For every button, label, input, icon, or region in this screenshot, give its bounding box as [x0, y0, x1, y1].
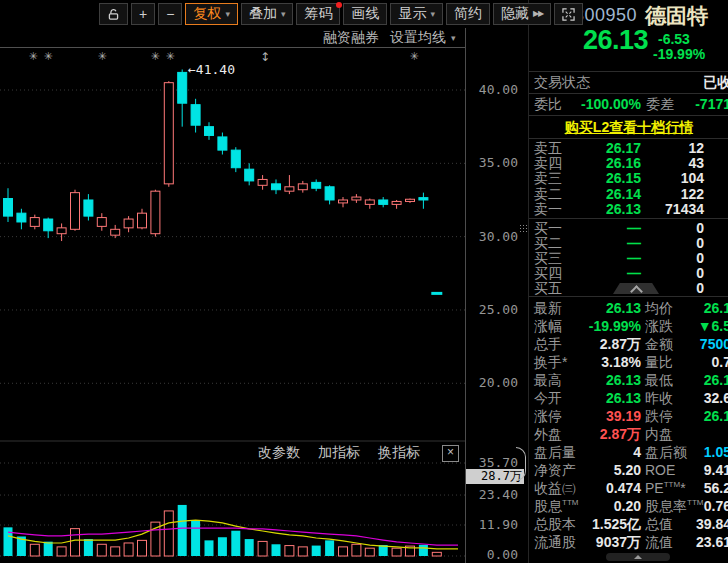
- candle-body: [352, 197, 361, 200]
- volume-bar: [44, 542, 53, 556]
- indicator-bar-item-2[interactable]: 换指标: [378, 444, 420, 462]
- stat-value: 9037万: [557, 534, 641, 552]
- price-axis-label: 25.00: [466, 303, 518, 317]
- stat-value: 9.41: [675, 462, 728, 478]
- ask-volume: 71434: [645, 201, 704, 217]
- weibi-label: 委比: [534, 96, 562, 114]
- stat-label: ROE: [645, 462, 675, 478]
- volume-bar: [285, 546, 294, 556]
- candle-body: [4, 199, 13, 217]
- stat-value: 2.87万: [557, 426, 641, 444]
- volume-bar: [4, 527, 13, 556]
- price-axis-label: 35.00: [466, 156, 518, 170]
- ask-volume: 43: [645, 155, 704, 171]
- bid-volume: 0: [645, 220, 704, 236]
- candle-body: [30, 218, 39, 227]
- volume-axis-label: 11.90: [466, 518, 518, 532]
- volume-bar: [205, 540, 214, 556]
- event-star-icon: ✳: [165, 50, 174, 63]
- stat-value: 2.87万: [557, 336, 641, 354]
- stat-label: 均价: [645, 300, 673, 318]
- candle-body: [205, 127, 214, 136]
- bid-price: —: [569, 220, 641, 236]
- lock-button[interactable]: [99, 3, 128, 25]
- chevron-down-icon: ▾: [430, 10, 435, 19]
- stat-label: 涨跌: [645, 318, 673, 336]
- chevron-down-icon: ▾: [225, 10, 230, 19]
- stat-label: 总值: [645, 516, 673, 534]
- stat-value: 23.61: [675, 534, 728, 550]
- event-star-icon: ✳: [150, 50, 159, 63]
- trade-status-value: 已收: [649, 74, 728, 92]
- candle-body: [325, 187, 334, 200]
- volume-bar: [178, 505, 187, 556]
- stat-value: 0.7: [675, 354, 728, 370]
- limit-down-candle: [431, 292, 442, 295]
- volume-axis-label: 23.40: [466, 488, 518, 502]
- axis-drag-handle[interactable]: [519, 224, 527, 233]
- volume-bar: [218, 537, 227, 556]
- candle-body: [138, 213, 147, 228]
- stat-label: 内盘: [645, 426, 673, 444]
- lock-icon: [107, 8, 120, 21]
- candle-body: [245, 169, 254, 181]
- volume-bar: [164, 511, 173, 556]
- volume-bar: [138, 540, 147, 556]
- toolbar-button-label: 复权: [193, 5, 221, 23]
- overlay-button[interactable]: 叠加▾: [241, 3, 294, 25]
- candle-body: [151, 191, 160, 234]
- chips-button[interactable]: 筹码: [296, 3, 340, 25]
- fullscreen-button[interactable]: [554, 3, 583, 25]
- price-change-pct: -19.99%: [653, 46, 705, 62]
- indicator-bar-item-0[interactable]: 改参数: [258, 444, 300, 462]
- stat-value: 39.84: [675, 516, 728, 532]
- panel-scrollbar[interactable]: [606, 553, 670, 561]
- last-price: 26.13: [583, 25, 648, 56]
- stat-value: 1.05: [675, 444, 728, 460]
- ask-volume: 104: [645, 170, 704, 186]
- close-icon[interactable]: ×: [442, 445, 459, 462]
- order-book-collapse-tab[interactable]: [613, 283, 659, 294]
- stat-value: 32.6: [675, 390, 728, 406]
- panel-divider: [529, 218, 728, 219]
- buy-l2-link[interactable]: 购买L2查看十档行情: [529, 119, 728, 137]
- bid-price: —: [569, 265, 641, 281]
- candle-body: [365, 200, 374, 204]
- zoom-out-button[interactable]: −: [158, 3, 182, 25]
- display-button[interactable]: 显示▾: [390, 3, 443, 25]
- stat-value: 26.13: [557, 390, 641, 406]
- candle-body: [164, 83, 173, 184]
- volume-bar: [339, 547, 348, 556]
- stat-value: 26.1: [675, 372, 728, 388]
- indicator-bar-item-1[interactable]: 加指标: [318, 444, 360, 462]
- kline-chart[interactable]: ✳✳✳✳✳✳↕←41.40: [0, 0, 466, 563]
- ask-volume: 122: [645, 186, 704, 202]
- toolbar-button-label: 隐藏: [501, 5, 529, 23]
- volume-bar: [258, 541, 267, 556]
- stat-value: 0.474: [557, 480, 641, 496]
- ask-price: 26.15: [569, 170, 641, 186]
- toolbar-button-label: 显示: [398, 5, 426, 23]
- volume-bar: [191, 520, 200, 556]
- high-price-annotation: ←41.40: [188, 62, 235, 77]
- candle-body: [298, 184, 307, 190]
- stat-value: 26.1: [675, 300, 728, 316]
- panel-collapse-handle[interactable]: [516, 447, 526, 481]
- adjust-price-button[interactable]: 复权▾: [185, 3, 238, 25]
- panel-divider: [529, 296, 728, 297]
- volume-bar: [352, 544, 361, 556]
- price-change: -6.53: [658, 31, 690, 47]
- panel-divider: [529, 93, 728, 94]
- ask-price: 26.17: [569, 140, 641, 156]
- stat-label: 金额: [645, 336, 673, 354]
- stock-name: 德固特: [645, 2, 708, 30]
- hide-button[interactable]: 隐藏▶▶: [493, 3, 551, 25]
- zoom-in-button[interactable]: +: [131, 3, 155, 25]
- draw-line-button[interactable]: 画线: [343, 3, 387, 25]
- simple-mode-button[interactable]: 简约: [446, 3, 490, 25]
- stock-code: 300950: [574, 5, 637, 26]
- volume-bar: [111, 547, 120, 556]
- stat-label: 流值: [645, 534, 673, 552]
- price-axis-label: 20.00: [466, 376, 518, 390]
- stat-value: 26.1: [675, 408, 728, 424]
